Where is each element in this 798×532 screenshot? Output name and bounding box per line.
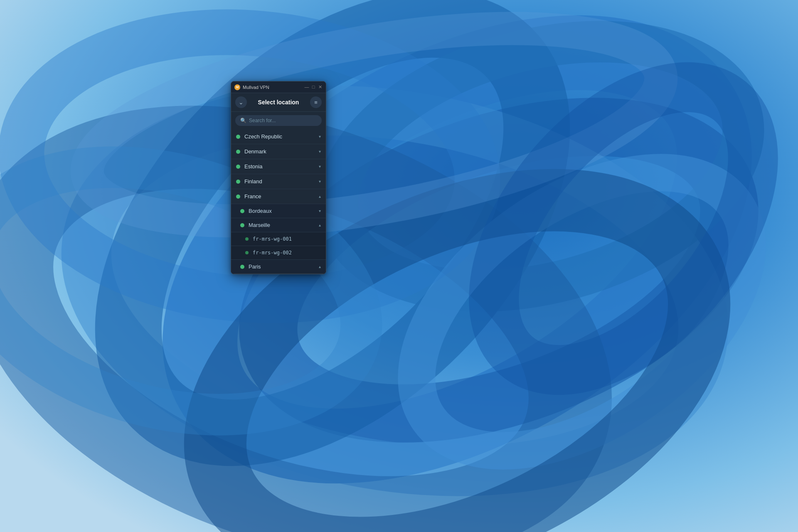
country-item-czech-republic[interactable]: Czech Republic ▾	[231, 129, 326, 144]
status-dot-estonia	[236, 165, 240, 169]
status-dot-fr-mrs-wg-002	[245, 251, 249, 254]
chevron-icon-marseille: ▴	[319, 223, 321, 227]
country-name-czech-republic: Czech Republic	[244, 133, 317, 140]
country-item-estonia[interactable]: Estonia ▾	[231, 159, 326, 174]
search-container: 🔍	[231, 112, 326, 129]
page-title: Select location	[247, 99, 310, 106]
minimize-button[interactable]: —	[304, 85, 309, 90]
server-name-fr-mrs-wg-002: fr-mrs-wg-002	[253, 250, 321, 256]
filter-button[interactable]: ≡	[310, 96, 322, 108]
city-name-bordeaux: Bordeaux	[249, 208, 317, 214]
status-dot-czech-republic	[236, 135, 240, 139]
city-name-paris: Paris	[249, 264, 317, 270]
wallpaper	[0, 0, 798, 532]
server-item-fr-mrs-wg-001[interactable]: fr-mrs-wg-001	[231, 232, 326, 246]
chevron-down-icon: ⌄	[239, 99, 244, 106]
city-item-bordeaux[interactable]: Bordeaux ▾	[231, 204, 326, 218]
country-name-france: France	[244, 193, 317, 200]
search-wrapper: 🔍	[235, 115, 322, 126]
city-item-paris[interactable]: Paris ▴	[231, 260, 326, 274]
window-header: ⌄ Select location ≡	[231, 93, 326, 112]
search-icon: 🔍	[240, 118, 246, 123]
back-button[interactable]: ⌄	[235, 96, 247, 108]
chevron-icon-czech-republic: ▾	[319, 134, 321, 139]
app-logo: M	[234, 84, 240, 90]
country-name-denmark: Denmark	[244, 148, 317, 155]
close-button[interactable]: ✕	[318, 85, 323, 90]
filter-icon: ≡	[314, 99, 318, 106]
chevron-icon-finland: ▾	[319, 179, 321, 184]
maximize-button[interactable]: □	[311, 85, 316, 90]
status-dot-bordeaux	[240, 209, 244, 213]
city-name-marseille: Marseille	[249, 222, 317, 228]
server-name-fr-mrs-wg-001: fr-mrs-wg-001	[253, 236, 321, 242]
chevron-icon-france: ▴	[319, 194, 321, 199]
status-dot-marseille	[240, 223, 244, 227]
search-input[interactable]	[249, 118, 317, 123]
app-window: M Mullvad VPN — □ ✕ ⌄ Select location ≡ …	[231, 81, 326, 274]
city-item-marseille[interactable]: Marseille ▴	[231, 218, 326, 232]
country-item-france[interactable]: France ▴	[231, 189, 326, 204]
status-dot-fr-mrs-wg-001	[245, 237, 249, 241]
title-bar-controls: — □ ✕	[304, 85, 323, 90]
title-bar: M Mullvad VPN — □ ✕	[231, 81, 326, 93]
server-item-fr-mrs-wg-002[interactable]: fr-mrs-wg-002	[231, 246, 326, 260]
chevron-icon-denmark: ▾	[319, 149, 321, 154]
location-list: Czech Republic ▾ Denmark ▾ Estonia ▾ Fin…	[231, 129, 326, 274]
wallpaper-svg	[0, 0, 798, 532]
chevron-icon-bordeaux: ▾	[319, 209, 321, 213]
title-bar-text: Mullvad VPN	[243, 85, 304, 90]
country-name-finland: Finland	[244, 178, 317, 185]
status-dot-france	[236, 195, 240, 199]
country-item-denmark[interactable]: Denmark ▾	[231, 144, 326, 159]
chevron-icon-estonia: ▾	[319, 164, 321, 169]
status-dot-denmark	[236, 150, 240, 154]
country-name-estonia: Estonia	[244, 163, 317, 170]
status-dot-finland	[236, 180, 240, 184]
country-item-finland[interactable]: Finland ▾	[231, 174, 326, 189]
status-dot-paris	[240, 265, 244, 269]
chevron-icon-paris: ▴	[319, 264, 321, 269]
